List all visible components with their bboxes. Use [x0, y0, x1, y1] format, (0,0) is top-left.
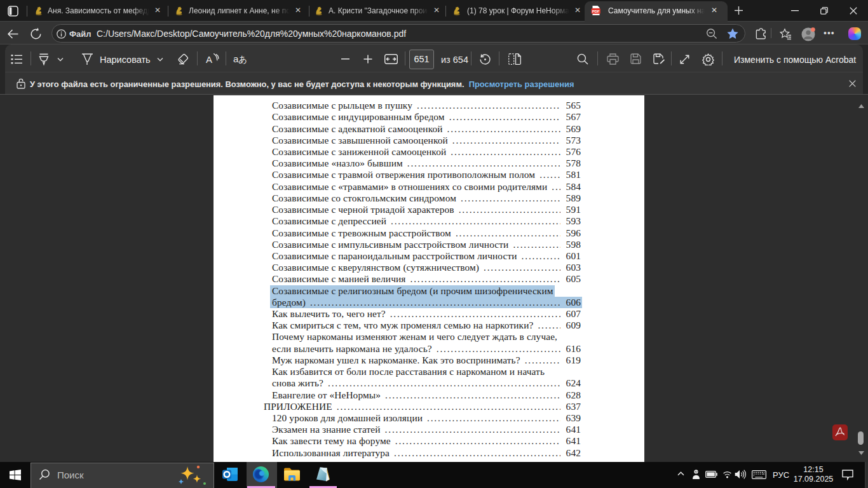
svg-text:PDF: PDF — [592, 10, 600, 13]
